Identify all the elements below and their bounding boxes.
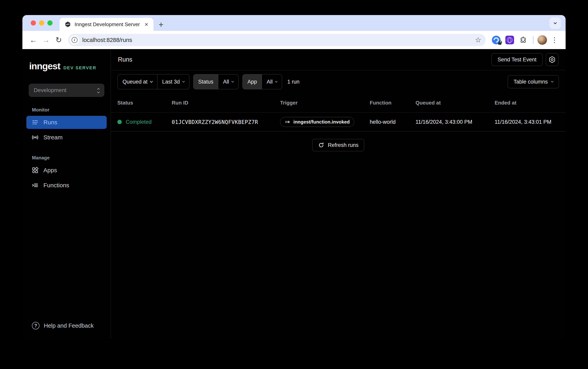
runs-icon (32, 119, 39, 126)
sidebar: inngest DEV SERVER Development Monitor R… (22, 49, 111, 339)
new-tab-button[interactable]: + (158, 20, 164, 29)
sidebar-section-manage: Manage (32, 155, 107, 160)
chevron-down-icon (231, 80, 234, 82)
main-panel: Runs Send Test Event Queued at (111, 49, 566, 339)
browser-tabstrip: Inngest Development Server × + (22, 15, 566, 31)
maximize-window-button[interactable] (47, 20, 52, 26)
send-test-event-button[interactable]: Send Test Event (492, 53, 543, 66)
sidebar-item-label: Apps (43, 167, 57, 174)
runs-table: Status Run ID Trigger Function Queued at… (111, 93, 566, 151)
chevron-down-icon (551, 80, 554, 82)
header-actions: Send Test Event (492, 53, 558, 66)
extensions-puzzle-icon[interactable] (517, 34, 529, 46)
run-ended-at: 11/16/2024, 3:43:01 PM (495, 119, 566, 125)
inngest-favicon (65, 21, 71, 28)
table-header-row: Status Run ID Trigger Function Queued at… (111, 93, 566, 113)
chevron-down-icon (182, 80, 185, 82)
functions-icon (32, 182, 39, 189)
table-row[interactable]: Completed 01JCVBDXRZZY2W6NQFVKBEPZ7R inn… (111, 113, 566, 131)
run-id: 01JCVBDXRZZY2W6NQFVKBEPZ7R (172, 119, 280, 125)
app-filter-dropdown[interactable]: All (262, 74, 282, 89)
dev-server-badge: DEV SERVER (63, 65, 96, 70)
tab-title: Inngest Development Server (74, 21, 140, 28)
time-range-dropdown[interactable]: Last 3d (157, 74, 189, 89)
page-title: Runs (118, 56, 132, 63)
sidebar-item-label: Functions (43, 182, 69, 189)
profile-avatar[interactable] (537, 35, 547, 45)
site-info-icon[interactable]: i (70, 35, 79, 45)
purple-extension-icon[interactable] (504, 34, 515, 46)
app-filter-group: App All (242, 74, 282, 89)
run-queued-at: 11/16/2024, 3:43:00 PM (416, 119, 495, 125)
url-text: localhost:8288/runs (82, 37, 470, 43)
column-header-queued-at: Queued at (416, 100, 495, 106)
sidebar-section-monitor: Monitor (32, 107, 107, 113)
sort-field-dropdown[interactable]: Queued at (118, 74, 157, 89)
toolbar-divider (533, 36, 534, 44)
sidebar-item-label: Runs (43, 119, 57, 126)
sidebar-item-stream[interactable]: Stream (26, 131, 107, 144)
run-function: hello-world (370, 119, 416, 125)
help-label: Help and Feedback (44, 322, 94, 329)
event-icon (285, 119, 291, 125)
status-filter-label: Status (193, 74, 218, 89)
window-controls (31, 15, 52, 31)
app-content: inngest DEV SERVER Development Monitor R… (22, 49, 566, 339)
time-filter-group: Queued at Last 3d (117, 74, 189, 89)
page-header: Runs Send Test Event (111, 49, 566, 70)
browser-menu-icon[interactable]: ⋮ (549, 36, 560, 44)
forward-button[interactable]: → (41, 35, 51, 45)
sidebar-item-label: Stream (43, 134, 63, 141)
chevron-down-icon (554, 21, 557, 24)
minimize-window-button[interactable] (39, 20, 44, 26)
close-window-button[interactable] (31, 20, 36, 26)
filter-bar: Queued at Last 3d Status All (111, 70, 566, 93)
bookmark-star-icon[interactable]: ☆ (473, 36, 483, 44)
tab-search-button[interactable] (549, 17, 561, 29)
refresh-container: Refresh runs (111, 139, 566, 151)
chevron-updown-icon (97, 88, 99, 93)
address-bar[interactable]: i localhost:8288/runs ☆ (68, 34, 486, 46)
environment-selector-value: Development (34, 87, 97, 93)
sidebar-item-runs[interactable]: Runs (26, 116, 107, 129)
sidebar-item-apps[interactable]: Apps (26, 164, 107, 177)
refresh-runs-button[interactable]: Refresh runs (312, 139, 364, 151)
table-columns-button[interactable]: Table columns (508, 75, 559, 88)
chevron-down-icon (150, 80, 153, 83)
trigger-badge[interactable]: inngest/function.invoked (280, 117, 354, 127)
apps-icon (32, 167, 39, 174)
help-and-feedback[interactable]: ? Help and Feedback (26, 322, 107, 339)
run-trigger: inngest/function.invoked (280, 117, 370, 127)
inngest-logo-text: inngest (29, 60, 60, 71)
status-filter-group: Status All (193, 74, 239, 89)
app-filter-label: App (243, 74, 262, 89)
run-count: 1 run (287, 79, 300, 85)
sidebar-item-functions[interactable]: Functions (26, 179, 107, 192)
column-header-trigger: Trigger (280, 100, 370, 106)
browser-tab[interactable]: Inngest Development Server × (60, 18, 153, 31)
password-manager-extension-icon[interactable] (491, 34, 502, 46)
status-filter-dropdown[interactable]: All (218, 74, 238, 89)
column-header-run-id: Run ID (172, 100, 280, 106)
environment-selector[interactable]: Development (29, 84, 104, 97)
browser-toolbar: ← → ↻ i localhost:8288/runs ☆ ⋮ (22, 31, 566, 49)
chevron-down-icon (275, 80, 278, 82)
settings-gear-button[interactable] (546, 53, 558, 66)
browser-window: Inngest Development Server × + ← → ↻ i l… (22, 15, 566, 339)
column-header-function: Function (370, 100, 416, 106)
run-status: Completed (117, 119, 172, 125)
refresh-icon (318, 142, 324, 148)
reload-button[interactable]: ↻ (53, 35, 64, 45)
back-button[interactable]: ← (28, 35, 39, 45)
column-header-ended-at: Ended at (495, 100, 566, 106)
tab-close-icon[interactable]: × (144, 21, 149, 28)
stream-icon (32, 134, 39, 141)
help-icon: ? (32, 322, 40, 329)
gear-icon (548, 56, 556, 63)
column-header-status: Status (117, 100, 172, 106)
status-dot-icon (117, 120, 122, 124)
logo: inngest DEV SERVER (29, 60, 107, 71)
